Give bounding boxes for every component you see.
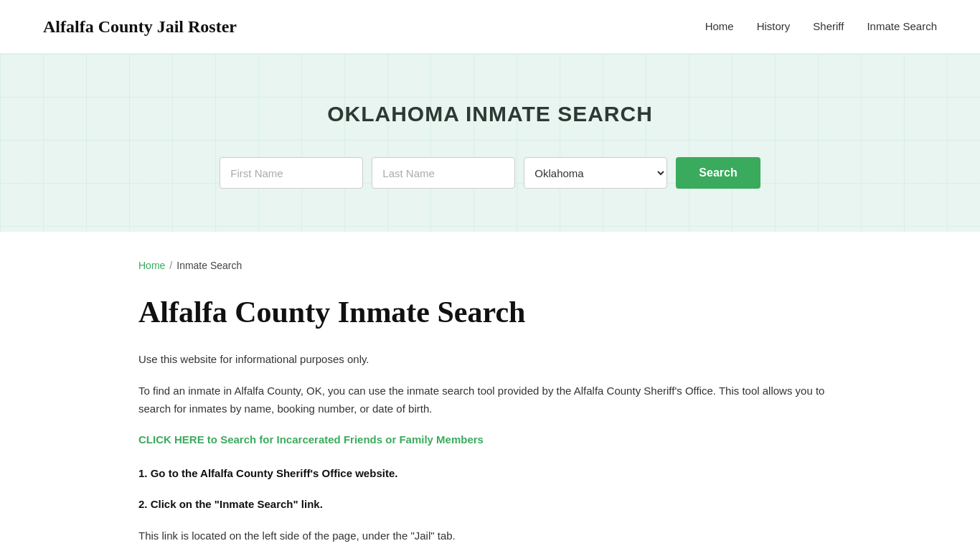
search-form: OklahomaAlabamaAlaskaArizonaArkansasCali…: [14, 157, 966, 189]
nav-inmate-search[interactable]: Inmate Search: [867, 18, 937, 35]
last-name-input[interactable]: [372, 157, 515, 189]
breadcrumb-home-link[interactable]: Home: [138, 258, 165, 273]
breadcrumb-separator: /: [169, 258, 172, 273]
site-header: Alfalfa County Jail Roster Home History …: [0, 0, 980, 54]
main-nav: Home History Sheriff Inmate Search: [705, 18, 937, 35]
first-name-input[interactable]: [220, 157, 363, 189]
hero-title: OKLAHOMA INMATE SEARCH: [14, 97, 966, 131]
state-select[interactable]: OklahomaAlabamaAlaskaArizonaArkansasCali…: [524, 157, 667, 189]
nav-home[interactable]: Home: [705, 18, 734, 35]
search-button[interactable]: Search: [676, 157, 760, 189]
click-here-link[interactable]: CLICK HERE to Search for Incarcerated Fr…: [138, 431, 842, 448]
page-heading: Alfalfa County Inmate Search: [138, 294, 842, 330]
main-content: Home / Inmate Search Alfalfa County Inma…: [95, 232, 885, 551]
site-title: Alfalfa County Jail Roster: [43, 13, 237, 40]
step1-paragraph: 1. Go to the Alfalfa County Sheriff's Of…: [138, 464, 842, 483]
intro-paragraph: Use this website for informational purpo…: [138, 350, 842, 369]
step2-detail-paragraph: This link is located on the left side of…: [138, 527, 842, 545]
breadcrumb: Home / Inmate Search: [138, 258, 842, 273]
description-paragraph: To find an inmate in Alfalfa County, OK,…: [138, 382, 842, 418]
nav-history[interactable]: History: [757, 18, 791, 35]
breadcrumb-current: Inmate Search: [176, 258, 242, 273]
nav-sheriff[interactable]: Sheriff: [813, 18, 844, 35]
step2-paragraph: 2. Click on the "Inmate Search" link.: [138, 495, 842, 514]
hero-section: OKLAHOMA INMATE SEARCH OklahomaAlabamaAl…: [0, 54, 980, 232]
